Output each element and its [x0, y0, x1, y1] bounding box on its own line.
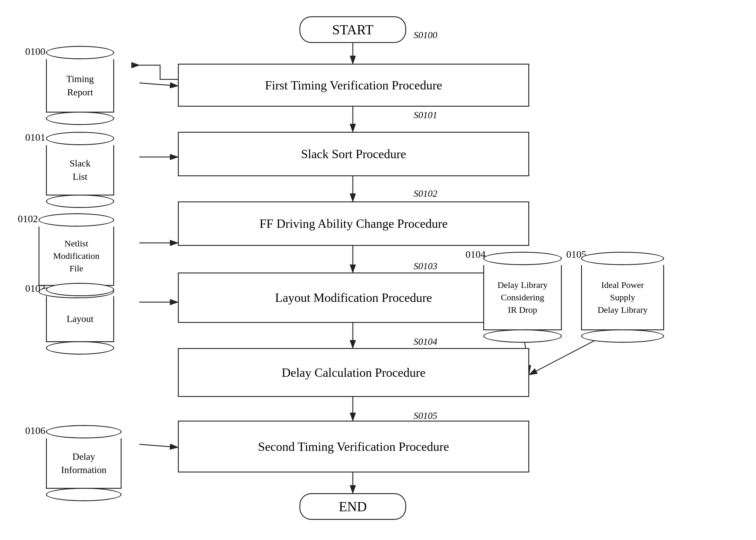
step-label-s0105: S0105	[414, 410, 437, 421]
svg-line-15	[139, 444, 178, 447]
step3-box: FF Driving Ability Change Procedure	[178, 202, 529, 246]
label-0101: 0101	[25, 132, 45, 143]
step1-box: First Timing Verification Procedure	[178, 64, 529, 107]
step5-box: Delay Calculation Procedure	[178, 348, 529, 397]
label-0102: 0102	[18, 213, 38, 224]
db-ideal-power: Ideal PowerSupplyDelay Library	[581, 252, 664, 343]
db-timing-report: TimingReport	[46, 46, 114, 126]
step-label-s0103: S0103	[414, 261, 437, 272]
step-label-s0100: S0100	[414, 30, 437, 41]
label-0100: 0100	[25, 46, 45, 57]
label-0106: 0106	[25, 425, 45, 436]
db-layout: Layout	[46, 283, 114, 355]
db-slack-list: SlackList	[46, 132, 114, 209]
step4-box: Layout Modification Procedure	[178, 273, 529, 323]
step-label-s0101: S0101	[414, 110, 437, 121]
step-label-s0102: S0102	[414, 188, 437, 199]
svg-line-9	[139, 83, 178, 86]
step6-box: Second Timing Verification Procedure	[178, 421, 529, 472]
db-delay-library-ir: Delay LibraryConsideringIR Drop	[483, 252, 562, 343]
step-label-s0104: S0104	[414, 336, 437, 347]
db-delay-info: DelayInformation	[46, 425, 121, 502]
label-0104: 0104	[466, 249, 485, 260]
step2-box: Slack Sort Procedure	[178, 132, 529, 176]
end-box: END	[299, 493, 406, 520]
start-box: START	[299, 16, 406, 43]
diagram-container: START S0100 First Timing Verification Pr…	[0, 0, 756, 540]
